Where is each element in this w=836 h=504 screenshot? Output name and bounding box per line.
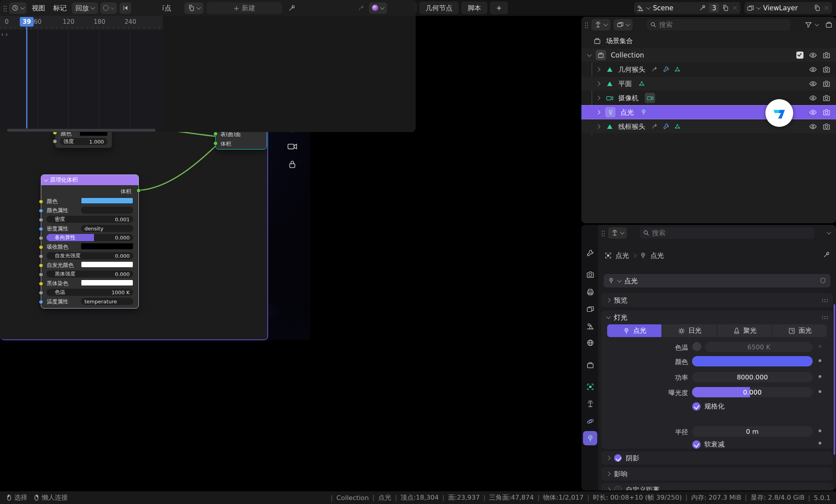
camera-visibility-icon[interactable] — [823, 123, 830, 130]
grip-handle[interactable] — [601, 230, 605, 236]
camera-visibility-icon[interactable] — [823, 80, 830, 88]
decorator-dot[interactable] — [819, 390, 821, 393]
light-type-point[interactable]: 点光 — [607, 324, 662, 337]
scene-name[interactable]: Scene — [653, 4, 696, 12]
camera-visibility-icon[interactable] — [823, 108, 830, 116]
power-field[interactable]: 8000.000 — [692, 372, 813, 382]
light-datablock-field[interactable]: 点光 — [604, 274, 830, 287]
row-scene-collection[interactable]: 场景集合 — [581, 34, 836, 48]
light-type-sun[interactable]: 日光 — [662, 324, 717, 337]
viewlayer-selector[interactable]: ViewLayer — [744, 2, 832, 14]
scene-selector[interactable]: Scene 3 — [634, 2, 740, 14]
temperature-attribute-field[interactable]: temperature — [81, 298, 133, 305]
density-field[interactable]: 密度0.001 — [46, 216, 133, 223]
volume-output-socket[interactable] — [136, 188, 141, 193]
editor-type-dropdown[interactable] — [591, 19, 610, 31]
preview-panel-header[interactable]: 预览 — [601, 293, 833, 307]
chevron-down-icon[interactable] — [815, 22, 819, 26]
temperature-field[interactable]: 6500 K — [705, 342, 813, 352]
absorption-color-swatch[interactable] — [81, 243, 133, 249]
temperature-toggle[interactable] — [692, 342, 701, 351]
blackbody-tint-swatch[interactable] — [81, 280, 133, 286]
row-collection[interactable]: Collection — [581, 48, 836, 62]
pin-icon[interactable] — [699, 4, 706, 11]
pin-icon[interactable] — [288, 4, 296, 12]
breadcrumb-object[interactable]: 点光 — [615, 251, 629, 260]
browse-nodetree-dropdown[interactable] — [184, 2, 203, 14]
keying-dropdown[interactable] — [100, 2, 117, 14]
outliner[interactable]: 搜索 场景集合 Collection 几何猴头 平面 — [581, 17, 836, 223]
decorator-dot[interactable] — [819, 359, 821, 362]
copy-icon[interactable] — [722, 4, 729, 11]
properties-editor[interactable]: 搜索 点光 点光 点光 预览 灯光 点 — [581, 225, 836, 491]
close-icon[interactable] — [823, 5, 830, 11]
decorator-dot[interactable] — [819, 442, 821, 445]
playback-dropdown[interactable]: 回放 — [72, 2, 98, 14]
soft-falloff-checkbox[interactable] — [692, 440, 701, 449]
tab-output[interactable] — [583, 285, 597, 299]
volume-socket[interactable] — [213, 141, 218, 146]
outliner-search-input[interactable]: 搜索 — [647, 19, 790, 31]
add-workspace-button[interactable]: + — [490, 2, 508, 14]
collection-checkbox[interactable] — [796, 52, 803, 59]
color-attribute-field[interactable] — [81, 207, 133, 214]
grip-handle[interactable] — [3, 5, 7, 11]
playhead-flag[interactable]: 39 — [19, 17, 34, 27]
color-swatch[interactable] — [81, 197, 133, 204]
timeline-tracks[interactable] — [0, 29, 163, 128]
eye-icon[interactable] — [809, 123, 817, 130]
eye-icon[interactable] — [809, 80, 817, 88]
shadow-panel-header[interactable]: 阴影 — [601, 451, 833, 465]
new-nodetree-button[interactable]: +新建 — [207, 2, 282, 14]
breadcrumb-data[interactable]: 点光 — [650, 251, 664, 260]
menu-view[interactable]: 视图 — [29, 4, 48, 13]
light-type-area[interactable]: 面光 — [773, 324, 827, 337]
surface-socket[interactable] — [213, 132, 218, 136]
camera-visibility-icon[interactable] — [823, 51, 830, 59]
menu-marker[interactable]: 标记 — [50, 4, 69, 13]
tab-view-layer[interactable] — [583, 302, 597, 316]
fake-user-shield-icon[interactable] — [819, 277, 826, 284]
row-plane[interactable]: 平面 — [581, 77, 836, 90]
emission-color-swatch[interactable] — [81, 261, 133, 268]
shadow-checkbox[interactable] — [614, 454, 622, 462]
camera-view-icon[interactable] — [287, 141, 297, 151]
tab-world[interactable] — [583, 335, 597, 350]
tab-collection[interactable] — [583, 358, 597, 372]
row-camera[interactable]: 摄像机 — [581, 91, 836, 105]
scene-users-count[interactable]: 3 — [709, 4, 719, 12]
eye-icon[interactable] — [809, 51, 817, 59]
density-attribute-field[interactable]: density — [81, 225, 133, 232]
row-point-light[interactable]: 点光 — [581, 105, 836, 119]
region-toggle-icon[interactable]: ‹ › — [1, 31, 8, 38]
row-geo-monkey[interactable]: 几何猴头 — [581, 63, 836, 76]
camera-visibility-icon[interactable] — [823, 65, 830, 73]
tab-scene[interactable] — [583, 319, 597, 333]
decorator-dot[interactable] — [819, 375, 821, 378]
custom-distance-panel-header[interactable]: 自定义距离 — [601, 483, 833, 491]
viewlayer-name[interactable]: ViewLayer — [763, 4, 811, 12]
camera-visibility-icon[interactable] — [823, 94, 830, 102]
chevron-down-icon[interactable] — [826, 230, 831, 234]
light-type-spot[interactable]: 聚光 — [717, 324, 772, 337]
tab-physics[interactable] — [583, 414, 597, 428]
datablock-name[interactable]: 点光 — [624, 276, 638, 286]
filter-funnel-icon[interactable] — [805, 21, 812, 29]
strength-socket[interactable] — [53, 139, 57, 144]
node-principled-volume[interactable]: 原理化体积 体积 颜色 颜色属性 密度0.001 密度属性density 各向异… — [41, 175, 138, 308]
exposure-slider[interactable]: 0.000 — [692, 387, 813, 397]
eye-icon[interactable] — [809, 108, 817, 116]
copy-icon[interactable] — [813, 4, 821, 11]
material-preview-dropdown[interactable] — [369, 2, 387, 14]
grip-handle[interactable] — [585, 21, 588, 28]
close-icon[interactable] — [732, 5, 738, 11]
blackbody-intensity-field[interactable]: 黑体强度0.000 — [46, 270, 133, 278]
custom-distance-checkbox[interactable] — [614, 486, 622, 491]
editor-type-dropdown[interactable] — [608, 227, 627, 239]
tab-constraints[interactable] — [583, 397, 597, 411]
display-mode-dropdown[interactable] — [614, 19, 633, 31]
tab-render[interactable] — [583, 267, 597, 282]
radius-field[interactable]: 0 m — [692, 426, 813, 437]
anisotropy-slider[interactable]: 各向异性0.000 — [46, 234, 133, 241]
eye-icon[interactable] — [809, 94, 817, 102]
